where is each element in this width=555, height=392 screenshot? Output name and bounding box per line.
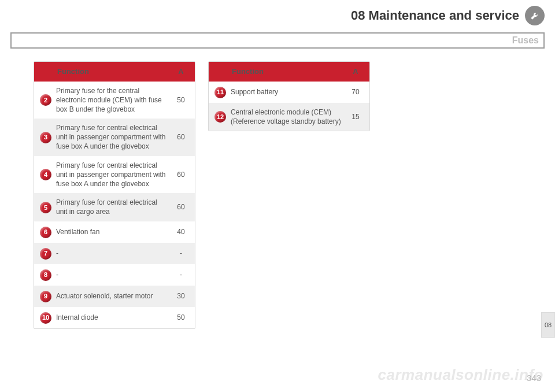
row-function-cell: Primary fuse for central electrical unit…: [56, 123, 168, 151]
row-number-cell: 6: [38, 226, 54, 238]
row-amps-cell: 60: [171, 202, 191, 212]
table-row: 4Primary fuse for central electrical uni…: [34, 156, 195, 194]
number-bullet-icon: 4: [40, 169, 51, 180]
table-header-row: Function A: [34, 62, 195, 82]
fuse-table-right: Function A 11Support battery7012Central …: [208, 61, 370, 131]
page-header: 08 Maintenance and service: [0, 0, 555, 29]
table-row: 2Primary fuse for the central electronic…: [34, 82, 195, 119]
row-amps-cell: 50: [171, 313, 191, 322]
row-number-cell: 10: [38, 312, 54, 324]
fuse-table-left: Function A 2Primary fuse for the central…: [34, 61, 195, 329]
row-function-cell: Ventilation fan: [56, 227, 168, 236]
column-header-function: Function: [231, 66, 343, 77]
row-amps-cell: -: [171, 249, 191, 258]
section-title: Fuses: [512, 35, 539, 46]
number-bullet-icon: 7: [40, 248, 51, 260]
table-row: 10Internal diode50: [34, 307, 195, 328]
column-header-amps: A: [171, 66, 191, 77]
number-bullet-icon: 2: [40, 94, 51, 106]
row-number-cell: 8: [38, 269, 54, 281]
number-bullet-icon: 6: [40, 227, 51, 238]
table-row: 12Central electronic module (CEM) (Refer…: [209, 103, 369, 131]
row-number-cell: 9: [38, 290, 54, 302]
content-area: Function A 2Primary fuse for the central…: [0, 49, 555, 329]
number-bullet-icon: 10: [40, 312, 51, 324]
watermark-text: carmanualsonline.info: [378, 366, 543, 384]
row-number-cell: 7: [38, 247, 54, 260]
wrench-icon: [525, 6, 545, 25]
row-amps-cell: 60: [171, 132, 191, 142]
table-header-spacer: [212, 71, 228, 72]
chapter-title: 08 Maintenance and service: [351, 8, 519, 23]
table-row: 9Actuator solenoid, starter motor30: [34, 286, 195, 307]
row-amps-cell: 15: [345, 112, 366, 121]
table-header-row: Function A: [209, 62, 369, 82]
row-function-cell: Central electronic module (CEM) (Referen…: [231, 108, 343, 126]
number-bullet-icon: 9: [40, 291, 51, 302]
row-amps-cell: 40: [171, 227, 191, 236]
number-bullet-icon: 5: [40, 202, 51, 213]
column-header-amps: A: [345, 66, 366, 77]
table-row: 6Ventilation fan40: [34, 221, 195, 243]
row-number-cell: 2: [38, 94, 54, 106]
row-number-cell: 4: [38, 168, 54, 180]
row-number-cell: 12: [212, 110, 228, 123]
row-function-cell: Internal diode: [56, 313, 168, 322]
row-amps-cell: 60: [171, 170, 191, 179]
table-row: 3Primary fuse for central electrical uni…: [34, 119, 195, 156]
row-amps-cell: 30: [171, 291, 191, 301]
row-amps-cell: 70: [345, 87, 366, 97]
row-function-cell: Primary fuse for central electrical unit…: [56, 161, 168, 189]
number-bullet-icon: 8: [40, 269, 51, 281]
row-function-cell: Actuator solenoid, starter motor: [56, 291, 168, 301]
row-function-cell: Support battery: [231, 87, 343, 97]
table-header-spacer: [38, 71, 54, 72]
row-function-cell: -: [56, 249, 168, 258]
row-number-cell: 11: [212, 86, 228, 98]
row-amps-cell: 50: [171, 95, 191, 105]
row-amps-cell: -: [171, 270, 191, 279]
number-bullet-icon: 12: [214, 111, 226, 123]
row-number-cell: 5: [38, 201, 54, 213]
section-bar: Fuses: [10, 32, 545, 49]
number-bullet-icon: 11: [214, 87, 226, 98]
page-number: 343: [527, 373, 541, 383]
table-row: 7--: [34, 243, 195, 264]
chapter-tab: 08: [541, 312, 555, 338]
row-number-cell: 3: [38, 131, 54, 143]
table-row: 11Support battery70: [209, 82, 369, 103]
table-row: 5Primary fuse for central electrical uni…: [34, 193, 195, 221]
row-function-cell: Primary fuse for central electrical unit…: [56, 198, 168, 216]
row-function-cell: -: [56, 270, 168, 279]
row-function-cell: Primary fuse for the central electronic …: [56, 86, 168, 114]
number-bullet-icon: 3: [40, 132, 51, 143]
column-header-function: Function: [56, 66, 168, 77]
table-row: 8--: [34, 264, 195, 286]
